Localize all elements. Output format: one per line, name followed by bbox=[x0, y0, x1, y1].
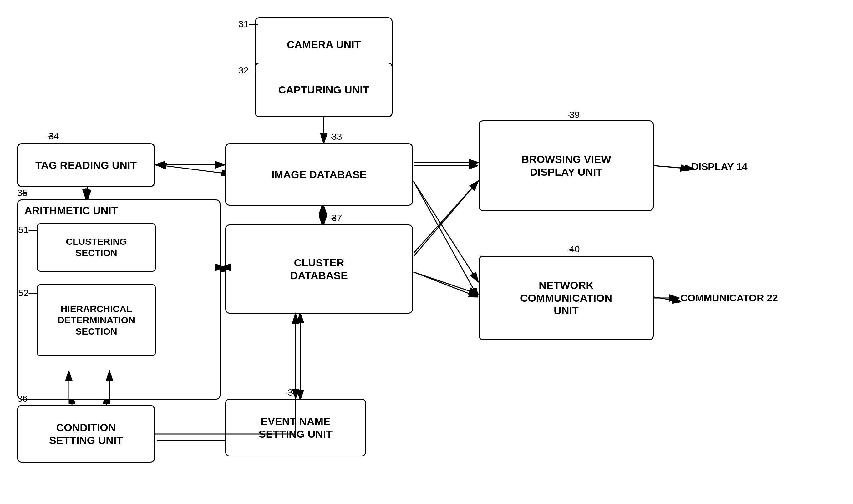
diagram: CAMERA UNIT 31— CAPTURING UNIT 32— IMAGE… bbox=[0, 0, 853, 504]
hierarchical-determination-label: HIERARCHICALDETERMINATIONSECTION bbox=[57, 303, 135, 337]
image-database-label: IMAGE DATABASE bbox=[271, 168, 367, 181]
svg-line-12 bbox=[413, 272, 478, 297]
svg-line-31 bbox=[654, 166, 690, 169]
svg-line-30 bbox=[413, 272, 478, 294]
svg-line-11 bbox=[413, 181, 478, 256]
ref-52: 52— bbox=[18, 288, 38, 298]
camera-unit-label: CAMERA UNIT bbox=[287, 38, 361, 51]
condition-setting-unit-label: CONDITIONSETTING UNIT bbox=[49, 421, 123, 447]
communicator-22-label: COMMUNICATOR 22 bbox=[680, 292, 778, 304]
capturing-unit-box: CAPTURING UNIT bbox=[255, 62, 393, 117]
ref-31: 31— bbox=[238, 19, 258, 30]
event-name-setting-label: EVENT NAMESETTING UNIT bbox=[259, 415, 333, 440]
svg-line-10 bbox=[413, 181, 478, 297]
cluster-database-label: CLUSTERDATABASE bbox=[290, 256, 348, 282]
svg-line-13 bbox=[654, 166, 694, 169]
svg-line-28 bbox=[413, 181, 478, 282]
browsing-view-display-unit-label: BROWSING VIEWDISPLAY UNIT bbox=[521, 153, 611, 179]
hierarchical-determination-box: HIERARCHICALDETERMINATIONSECTION bbox=[37, 284, 156, 356]
display-14-label: DISPLAY 14 bbox=[691, 161, 748, 173]
browsing-view-display-unit-box: BROWSING VIEWDISPLAY UNIT bbox=[479, 120, 654, 211]
capturing-unit-label: CAPTURING UNIT bbox=[279, 84, 369, 96]
tag-reading-unit-label: TAG READING UNIT bbox=[35, 159, 137, 172]
cluster-database-box: CLUSTERDATABASE bbox=[225, 224, 413, 313]
tag-reading-unit-box: TAG READING UNIT bbox=[17, 143, 155, 187]
network-communication-unit-label: NETWORKCOMMUNICATIONUNIT bbox=[520, 279, 612, 317]
ref-32: 32— bbox=[238, 65, 258, 76]
arithmetic-unit-box: ARITHMETIC UNIT CLUSTERINGSECTION HIERAR… bbox=[17, 199, 220, 400]
clustering-section-label: CLUSTERINGSECTION bbox=[66, 236, 127, 258]
clustering-section-box: CLUSTERINGSECTION bbox=[37, 223, 156, 272]
image-database-box: IMAGE DATABASE bbox=[225, 143, 413, 206]
svg-line-14 bbox=[654, 297, 681, 302]
event-name-setting-box: EVENT NAMESETTING UNIT bbox=[225, 399, 366, 456]
svg-line-5 bbox=[157, 165, 231, 174]
arithmetic-unit-label: ARITHMETIC UNIT bbox=[24, 204, 118, 217]
condition-setting-unit-box: CONDITIONSETTING UNIT bbox=[17, 405, 155, 463]
network-communication-unit-box: NETWORKCOMMUNICATIONUNIT bbox=[479, 256, 654, 340]
svg-line-29 bbox=[413, 181, 478, 253]
ref-51: 51— bbox=[18, 224, 38, 235]
